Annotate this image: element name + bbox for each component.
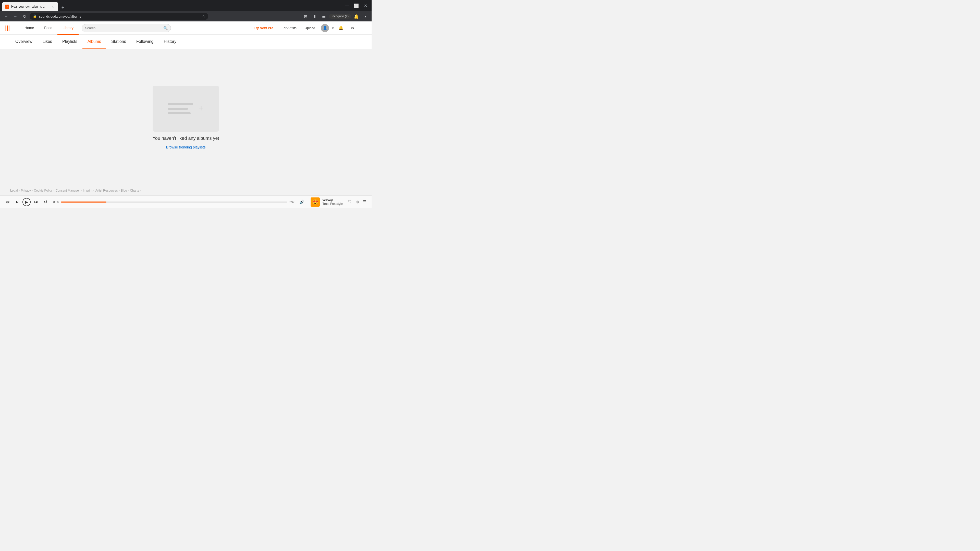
star-icon[interactable]: ☆ — [202, 14, 205, 18]
track-details: Wavey Trust Freestyle — [322, 198, 343, 206]
footer-privacy-link[interactable]: Privacy — [21, 189, 30, 192]
minimize-button[interactable]: — — [343, 2, 351, 10]
footer-consent-manager-link[interactable]: Consent Manager — [56, 189, 80, 192]
notifications-icon[interactable]: 🔔 — [337, 24, 345, 32]
svg-text:S: S — [6, 6, 8, 8]
notification-icon[interactable]: 🔔 — [352, 12, 360, 21]
track-artwork-emoji: 😍 — [312, 199, 318, 205]
stations-tab[interactable]: Stations — [106, 35, 131, 49]
page-wrapper: ||| Home Feed Library 🔍 Try Next Pro For… — [0, 21, 372, 208]
footer-artist-resources-link[interactable]: Artist Resources — [95, 189, 118, 192]
messages-icon[interactable]: ✉ — [348, 24, 356, 32]
close-window-button[interactable]: ✕ — [361, 2, 369, 10]
player-controls: ⇄ ⏮ ▶ ⏭ ↺ — [4, 198, 49, 206]
search-icon: 🔍 — [163, 26, 168, 30]
footer-legal-link[interactable]: Legal — [10, 189, 18, 192]
footer-charts-link[interactable]: Charts — [130, 189, 139, 192]
player-right-controls: ♡ ⊕ ☰ — [347, 198, 368, 205]
lock-icon: 🔒 — [33, 14, 37, 18]
queue-button[interactable]: ☰ — [362, 198, 368, 205]
maximize-button[interactable]: ⬜ — [352, 2, 360, 10]
next-button[interactable]: ⏭ — [33, 198, 40, 206]
library-sub-nav: Overview Likes Playlists Albums Stations… — [0, 35, 372, 49]
volume-area: 🔊 — [299, 200, 304, 204]
browser-tabs: S Hear your own albums and the × + — [2, 0, 341, 11]
playlists-tab[interactable]: Playlists — [57, 35, 83, 49]
albums-tab[interactable]: Albums — [83, 35, 106, 49]
footer-blog-link[interactable]: Blog — [121, 189, 127, 192]
soundcloud-logo[interactable]: ||| — [4, 22, 15, 34]
try-next-pro-button[interactable]: Try Next Pro — [251, 24, 276, 32]
tab-close-button[interactable]: × — [51, 4, 55, 9]
address-bar[interactable]: 🔒 soundcloud.com/you/albums ☆ — [30, 13, 208, 20]
download-icon[interactable]: ⬇ — [310, 12, 319, 21]
progress-area: 0:30 2:48 — [53, 200, 295, 204]
total-time: 2:48 — [290, 200, 295, 204]
feed-nav-link[interactable]: Feed — [39, 21, 57, 35]
tab-title: Hear your own albums and the — [11, 5, 48, 8]
url-text: soundcloud.com/you/albums — [39, 14, 200, 18]
empty-state: + You haven't liked any albums yet Brows… — [153, 86, 219, 149]
back-button[interactable]: ← — [2, 12, 10, 21]
play-button[interactable]: ▶ — [22, 198, 30, 206]
upload-button[interactable]: Upload — [302, 24, 318, 32]
track-artwork[interactable]: 😍 — [310, 197, 320, 206]
player-bar: ⇄ ⏮ ▶ ⏭ ↺ 0:30 2:48 🔊 😍 Wavey Trust Free… — [0, 195, 372, 208]
footer-imprint-link[interactable]: Imprint — [83, 189, 92, 192]
search-bar[interactable]: 🔍 — [82, 24, 171, 32]
browse-trending-playlists-link[interactable]: Browse trending playlists — [166, 145, 206, 149]
forward-button[interactable]: → — [11, 12, 19, 21]
bookmark-manager-icon[interactable]: ⊟ — [301, 12, 310, 21]
soundcloud-header: ||| Home Feed Library 🔍 Try Next Pro For… — [0, 21, 372, 35]
illus-line-3 — [168, 112, 191, 114]
home-nav-link[interactable]: Home — [19, 21, 39, 35]
history-tab[interactable]: History — [159, 35, 182, 49]
search-input[interactable] — [85, 26, 161, 30]
for-artists-link[interactable]: For Artists — [279, 24, 299, 32]
svg-text:|||: ||| — [5, 24, 10, 31]
volume-icon[interactable]: 🔊 — [299, 200, 304, 204]
illus-line-2 — [168, 108, 188, 110]
current-time: 0:30 — [53, 200, 59, 204]
footer-cookie-policy-link[interactable]: Cookie Policy — [34, 189, 52, 192]
new-tab-button[interactable]: + — [59, 4, 66, 11]
main-content: + You haven't liked any albums yet Brows… — [0, 49, 372, 186]
tab-favicon: S — [5, 5, 9, 9]
track-artist: Trust Freestyle — [322, 202, 343, 206]
overview-tab[interactable]: Overview — [10, 35, 38, 49]
browser-window-controls: — ⬜ ✕ — [343, 2, 369, 10]
following-tab[interactable]: Following — [131, 35, 159, 49]
incognito-badge[interactable]: Incognito (2) — [329, 14, 351, 19]
add-to-next-button[interactable]: ⊕ — [355, 198, 360, 205]
more-options-button[interactable]: ··· — [360, 24, 368, 32]
empty-illustration: + — [153, 86, 219, 132]
illustration-lines — [168, 103, 193, 114]
progress-bar-fill — [61, 202, 106, 203]
content-area: + You haven't liked any albums yet Brows… — [0, 49, 372, 195]
progress-bar[interactable] — [61, 202, 287, 203]
browser-chrome: S Hear your own albums and the × + — ⬜ ✕ — [0, 0, 372, 11]
browser-actions: ⊟ ⬇ ☰ Incognito (2) 🔔 ⋮ — [301, 12, 369, 21]
footer: Legal - Privacy - Cookie Policy - Consen… — [0, 186, 372, 195]
likes-tab[interactable]: Likes — [38, 35, 57, 49]
track-info: 😍 Wavey Trust Freestyle — [310, 197, 343, 206]
illustration-plus-icon: + — [198, 103, 204, 114]
avatar-dropdown-icon[interactable]: ▾ — [332, 26, 334, 30]
shuffle-button[interactable]: ⇄ — [4, 198, 11, 206]
repeat-button[interactable]: ↺ — [42, 198, 49, 206]
active-tab[interactable]: S Hear your own albums and the × — [2, 2, 58, 11]
previous-button[interactable]: ⏮ — [13, 198, 21, 206]
avatar[interactable]: 👤 — [321, 24, 329, 32]
empty-state-title: You haven't liked any albums yet — [153, 136, 219, 141]
more-options-icon[interactable]: ⋮ — [361, 12, 369, 21]
header-right: Try Next Pro For Artists Upload 👤 ▾ 🔔 ✉ … — [251, 24, 368, 32]
track-title: Wavey — [322, 198, 343, 202]
like-button[interactable]: ♡ — [347, 198, 352, 205]
address-bar-row: ← → ↻ 🔒 soundcloud.com/you/albums ☆ ⊟ ⬇ … — [0, 11, 372, 21]
reload-button[interactable]: ↻ — [21, 12, 29, 21]
profile-icon[interactable]: ☰ — [320, 12, 328, 21]
library-nav-link[interactable]: Library — [57, 21, 79, 35]
illus-line-1 — [168, 103, 193, 105]
